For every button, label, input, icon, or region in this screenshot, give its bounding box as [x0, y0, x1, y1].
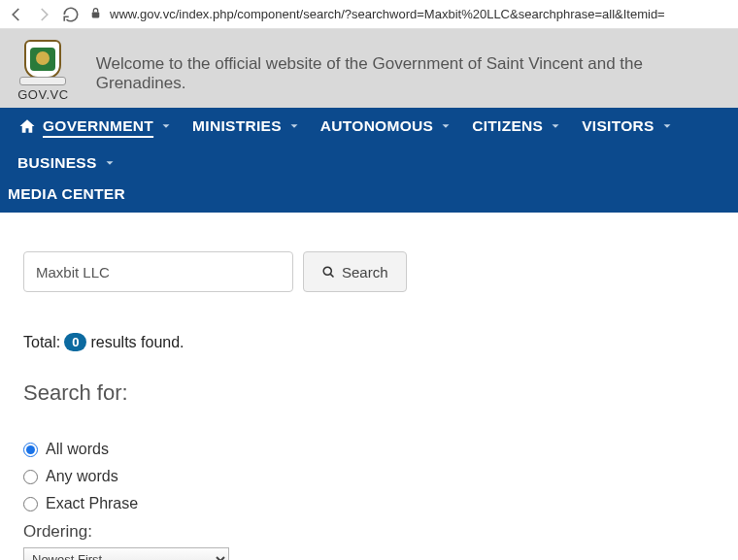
site-header: GOV.VC Welcome to the official website o…	[0, 29, 738, 108]
chevron-down-icon	[660, 119, 674, 133]
nav-citizens[interactable]: CITIZENS	[462, 108, 572, 145]
svg-rect-0	[92, 12, 100, 17]
radio-any-words[interactable]: Any words	[23, 468, 715, 485]
address-bar[interactable]: www.gov.vc/index.php/component/search/?s…	[89, 7, 730, 22]
forward-button[interactable]	[35, 6, 52, 23]
chevron-down-icon	[439, 119, 453, 133]
nav-business[interactable]: BUSINESS	[8, 145, 126, 181]
chevron-down-icon	[103, 156, 117, 170]
results-count-badge: 0	[64, 333, 86, 351]
radio-all-words[interactable]: All words	[23, 441, 715, 458]
nav-ministries[interactable]: MINISTRIES	[183, 108, 311, 145]
search-input[interactable]	[23, 251, 293, 292]
ordering-select[interactable]: Newest First	[23, 547, 229, 560]
nav-autonomous[interactable]: AUTONOMOUS	[311, 108, 462, 145]
search-icon	[321, 265, 336, 280]
nav-media-center[interactable]: MEDIA CENTER	[8, 181, 125, 203]
url-text: www.gov.vc/index.php/component/search/?s…	[110, 7, 665, 21]
welcome-text: Welcome to the official website of the G…	[96, 37, 724, 93]
main-nav: GOVERNMENT MINISTRIES AUTONOMOUS CITIZEN…	[0, 108, 738, 213]
radio-exact-phrase[interactable]: Exact Phrase	[23, 495, 715, 512]
ordering-label: Ordering:	[23, 522, 715, 542]
nav-visitors[interactable]: VISITORS	[572, 108, 683, 145]
search-content: Search Total: 0 results found. Search fo…	[0, 213, 738, 560]
chevron-down-icon	[287, 119, 301, 133]
nav-government[interactable]: GOVERNMENT	[8, 108, 183, 145]
search-phrase-options: All words Any words Exact Phrase	[23, 441, 715, 512]
back-button[interactable]	[8, 6, 25, 23]
svg-point-1	[323, 267, 331, 275]
radio-exact-phrase-input[interactable]	[23, 497, 38, 511]
lock-icon	[89, 7, 102, 22]
search-for-heading: Search for:	[23, 380, 715, 406]
radio-all-words-input[interactable]	[23, 443, 38, 457]
results-total: Total: 0 results found.	[23, 333, 715, 351]
site-name: GOV.VC	[17, 87, 68, 102]
chevron-down-icon	[159, 119, 173, 133]
site-logo[interactable]: GOV.VC	[14, 37, 73, 102]
chevron-down-icon	[549, 119, 562, 133]
browser-toolbar: www.gov.vc/index.php/component/search/?s…	[0, 0, 738, 29]
radio-any-words-input[interactable]	[23, 470, 38, 484]
crest-icon	[19, 37, 66, 85]
home-icon	[17, 117, 37, 135]
search-button-label: Search	[342, 264, 388, 280]
reload-button[interactable]	[62, 6, 80, 23]
search-button[interactable]: Search	[303, 251, 407, 292]
